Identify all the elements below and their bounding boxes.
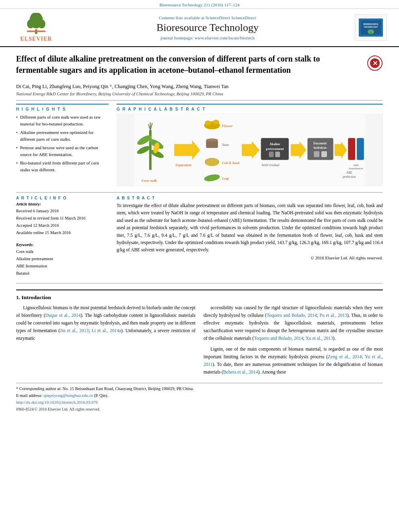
intro-para-1: Lignocellulosic biomass is the most pote… xyxy=(16,304,195,342)
ref-xu[interactable]: Xu et al., 2013 xyxy=(306,336,333,341)
svg-text:Cob & husk: Cob & husk xyxy=(222,161,240,165)
section-divider-2 xyxy=(16,283,383,283)
article-dates: Received 6 January 2016 Received in revi… xyxy=(16,207,109,236)
svg-text:Solid residual: Solid residual xyxy=(262,163,280,167)
journal-name: Bioresource Technology xyxy=(64,22,351,34)
svg-text:Stem: Stem xyxy=(222,143,229,147)
article-content: Effect of dilute alkaline pretreatment o… xyxy=(0,47,399,419)
bioresource-logo: BIORESOURCE TECHNOLOGY xyxy=(355,14,387,41)
svg-rect-4 xyxy=(27,31,45,32)
available-date: Available online 15 March 2016 xyxy=(16,229,109,236)
bioresource-logo-area: BIORESOURCE TECHNOLOGY xyxy=(351,14,391,41)
highlight-item-2: Alkaline pretreatment were optimized for… xyxy=(16,129,109,142)
abstract-column: A B S T R A C T To investigate the effec… xyxy=(117,196,383,277)
ref-pu[interactable]: Pu et al., 2013 xyxy=(320,313,347,318)
highlight-item-1: Different parts of corn stalk were used … xyxy=(16,114,109,127)
svg-rect-51 xyxy=(321,151,327,157)
keywords-list: Corn stalk Alkaline pretreatment ABE fer… xyxy=(16,248,109,277)
svg-text:Leaf: Leaf xyxy=(222,177,229,181)
corresponding-marker: * xyxy=(109,84,112,89)
ref-jin[interactable]: Jin et al., 2013 xyxy=(60,328,88,333)
copyright: © 2016 Elsevier Ltd. All rights reserved… xyxy=(117,255,383,260)
keywords-label: Keywords: xyxy=(16,242,109,247)
introduction-section: 1. Introduction Lignocellulosic biomass … xyxy=(16,290,383,379)
ref-duque[interactable]: Duque et al., 2014 xyxy=(45,313,81,318)
intro-content: Lignocellulosic biomass is the most pote… xyxy=(16,304,383,379)
svg-point-28 xyxy=(205,121,211,125)
svg-text:pretreatment: pretreatment xyxy=(266,147,284,151)
svg-point-29 xyxy=(213,120,219,125)
section-divider-1 xyxy=(16,192,383,193)
footer-notes: * Corresponding author at: No. 15 Beisan… xyxy=(16,383,383,412)
journal-homepage: journal homepage: www.elsevier.com/locat… xyxy=(64,35,351,40)
highlights-label: H I G H L I G H T S xyxy=(16,107,109,111)
keyword-4: Butanol xyxy=(16,270,109,277)
bioresource-logo-icon: BIORESOURCE TECHNOLOGY xyxy=(359,18,383,37)
affiliation: National Energy R&D Center for Biorefine… xyxy=(16,91,383,96)
section-number: 1. xyxy=(16,294,20,300)
sciencedirect-link: Contents lists available at ScienceDirec… xyxy=(64,15,351,20)
ref-behera[interactable]: Behera et al., 2014 xyxy=(223,370,258,374)
elsevier-logo-area: ELSEVIER xyxy=(8,13,64,42)
svg-text:✕: ✕ xyxy=(372,60,378,67)
highlights-box: H I G H L I G H T S Different parts of c… xyxy=(16,104,109,173)
svg-text:Flower: Flower xyxy=(222,124,233,128)
highlight-item-4: Bio-butanol yield from different part of… xyxy=(16,160,109,173)
intro-col-left: Lignocellulosic biomass is the most pote… xyxy=(16,304,195,379)
keyword-1: Corn stalk xyxy=(16,248,109,255)
journal-citation: Bioresource Technology 211 (2016) 117–12… xyxy=(159,2,239,7)
corresponding-note: * Corresponding author at: No. 15 Beisan… xyxy=(16,386,383,392)
svg-text:production: production xyxy=(343,175,356,179)
svg-rect-43 xyxy=(269,152,274,157)
title-divider xyxy=(16,100,383,101)
graphical-abstract-image: Corn stalk Separation Flower xyxy=(117,114,383,186)
svg-rect-53 xyxy=(348,138,355,160)
info-abstract-row: A R T I C L E I N F O Article history: R… xyxy=(16,196,383,277)
svg-rect-50 xyxy=(314,151,319,157)
abstract-label: A B S T R A C T xyxy=(117,196,383,200)
elsevier-tree-icon xyxy=(22,13,50,35)
svg-text:BIORESOURCE: BIORESOURCE xyxy=(363,23,378,25)
email-link[interactable]: qinpeiyong@tsinghua.edu.cn xyxy=(43,393,93,398)
accepted-date: Accepted 12 March 2016 xyxy=(16,222,109,229)
ref-li[interactable]: Li et al., 2014a xyxy=(92,328,121,333)
svg-text:TECHNOLOGY: TECHNOLOGY xyxy=(364,26,378,28)
svg-text:Separation: Separation xyxy=(175,163,191,167)
highlights-graphical-row: H I G H L I G H T S Different parts of c… xyxy=(16,104,383,186)
svg-text:ABE: ABE xyxy=(346,171,352,175)
svg-text:Enzymatic: Enzymatic xyxy=(313,142,327,145)
svg-text:hydrolysis: hydrolysis xyxy=(314,146,327,150)
elsevier-logo: ELSEVIER xyxy=(21,13,52,42)
received-date: Received 6 January 2016 xyxy=(16,207,109,215)
highlight-item-3: Pentose and hexose were used as the carb… xyxy=(16,144,109,158)
svg-text:fermentation: fermentation xyxy=(349,167,363,170)
revised-date: Received in revised form 11 March 2016 xyxy=(16,215,109,222)
title-section: Effect of dilute alkaline pretreatment o… xyxy=(16,53,383,79)
svg-point-3 xyxy=(38,20,45,29)
ref-toquero2[interactable]: Toquero and Bolado, 2014 xyxy=(254,336,303,341)
keyword-2: Alkaline pretreatment xyxy=(16,255,109,263)
article-info-column: A R T I C L E I N F O Article history: R… xyxy=(16,196,109,277)
svg-point-2 xyxy=(27,20,34,29)
highlights-column: H I G H L I G H T S Different parts of c… xyxy=(16,104,109,186)
ref-toquero1[interactable]: Toquero and Bolado, 2014 xyxy=(267,313,317,318)
svg-text:Corn stalk: Corn stalk xyxy=(142,179,157,183)
sciencedirect-name[interactable]: ScienceDirect xyxy=(231,15,256,20)
svg-text:Akaline: Akaline xyxy=(269,142,280,146)
issn: 0960-8524/© 2016 Elsevier Ltd. All right… xyxy=(16,406,383,413)
svg-rect-35 xyxy=(206,159,218,165)
crossmark-icon: ✕ xyxy=(367,55,383,71)
article-info-label: A R T I C L E I N F O xyxy=(16,196,109,200)
journal-header: ELSEVIER Contents lists available at Sci… xyxy=(0,9,399,47)
svg-rect-10 xyxy=(370,32,371,34)
homepage-url[interactable]: www.elsevier.com/locate/biortech xyxy=(195,35,255,40)
graphical-abstract: G R A P H I C A L A B S T R A C T xyxy=(117,104,383,186)
article-history-label: Article history: xyxy=(16,202,109,206)
svg-text:ABE: ABE xyxy=(353,164,359,166)
graphical-abstract-label: G R A P H I C A L A B S T R A C T xyxy=(117,107,383,111)
ref-zeng[interactable]: Zeng et al., 2014 xyxy=(328,354,362,359)
doi-link[interactable]: http://dx.doi.org/10.1016/j.biortech.201… xyxy=(16,399,383,406)
journal-bar: Bioresource Technology 211 (2016) 117–12… xyxy=(0,0,399,9)
section-title: Introduction xyxy=(22,294,51,300)
abstract-text: To investigate the effect of dilute alka… xyxy=(117,202,383,254)
